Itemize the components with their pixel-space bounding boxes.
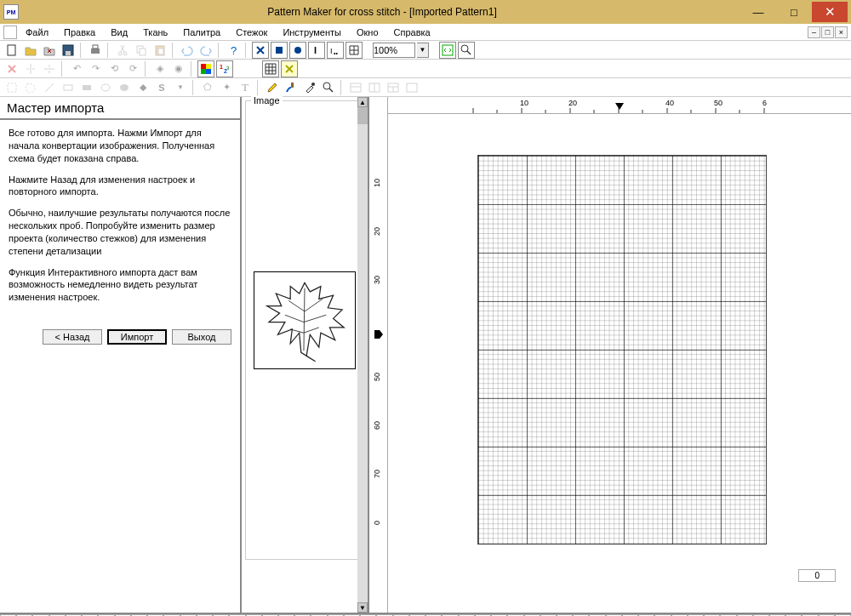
tool-layout3[interactable] xyxy=(385,79,402,96)
tool-pencil[interactable] xyxy=(264,79,281,96)
close-button[interactable]: ✕ xyxy=(812,2,848,22)
zoom-dropdown[interactable]: ▼ xyxy=(417,43,429,58)
new-button[interactable] xyxy=(3,42,20,59)
menu-edit[interactable]: Правка xyxy=(57,26,102,39)
image-group-label: Image xyxy=(251,95,283,106)
tb2-x-toggle[interactable] xyxy=(281,60,298,77)
mdi-close-button[interactable]: × xyxy=(835,26,848,38)
menu-tools[interactable]: Инструменты xyxy=(276,26,348,39)
svg-rect-35 xyxy=(351,83,361,92)
undo-button[interactable] xyxy=(179,42,196,59)
tb2-center[interactable]: ◈ xyxy=(151,60,168,77)
tb2-grid-toggle[interactable] xyxy=(262,60,279,77)
tb2-palette[interactable] xyxy=(197,60,214,77)
tool-layout1[interactable] xyxy=(347,79,364,96)
menu-window[interactable]: Окно xyxy=(350,26,386,39)
tb2-flipv[interactable] xyxy=(41,60,58,77)
back-button[interactable]: < Назад xyxy=(43,329,102,345)
svg-text:••: •• xyxy=(334,50,338,56)
svg-rect-8 xyxy=(140,48,146,55)
help-button[interactable]: ? xyxy=(225,42,242,59)
tb2-delete[interactable] xyxy=(3,60,20,77)
toolbar-main: ? I I•• ▼ xyxy=(0,41,851,60)
paste-button[interactable] xyxy=(151,42,168,59)
menu-help[interactable]: Справка xyxy=(387,26,437,39)
tb2-rotate2[interactable]: ⟲ xyxy=(106,60,123,77)
cut-button[interactable] xyxy=(114,42,131,59)
scroll-up-button[interactable]: ▲ xyxy=(357,97,368,107)
tool-picker[interactable] xyxy=(301,79,318,96)
tool-layout4[interactable] xyxy=(403,79,420,96)
wizard-title: Мастер импорта xyxy=(0,97,240,120)
copy-button[interactable] xyxy=(133,42,150,59)
open-button[interactable] xyxy=(22,42,39,59)
menu-file[interactable]: Файл xyxy=(19,26,55,39)
tb2-fliph[interactable] xyxy=(22,60,39,77)
svg-rect-4 xyxy=(93,45,98,48)
svg-rect-18 xyxy=(443,45,453,55)
tb2-rotate-ccw[interactable]: ↶ xyxy=(68,60,85,77)
svg-text:?: ? xyxy=(231,44,237,56)
save-button[interactable] xyxy=(60,42,77,59)
tool-star[interactable]: ✦ xyxy=(218,79,235,96)
wizard-paragraph-2: Нажмите Назад для изменения настроек и п… xyxy=(9,174,231,199)
image-preview-panel: Image ▲ ▼ xyxy=(242,97,369,613)
view-i-button[interactable]: I xyxy=(308,42,325,59)
view-x-button[interactable] xyxy=(252,42,269,59)
tool-ellipse-fill[interactable] xyxy=(116,79,133,96)
svg-rect-2 xyxy=(66,51,71,55)
exit-button[interactable]: Выход xyxy=(172,329,231,345)
tool-rect[interactable] xyxy=(60,79,77,96)
tool-brush[interactable] xyxy=(283,79,300,96)
tool-select-free[interactable] xyxy=(22,79,39,96)
svg-rect-21 xyxy=(206,64,211,69)
tool-zoom[interactable] xyxy=(320,79,337,96)
view-grid-button[interactable] xyxy=(346,42,363,59)
maximize-button[interactable]: □ xyxy=(776,2,812,22)
svg-point-19 xyxy=(461,45,468,52)
zoom-tool-button[interactable] xyxy=(458,42,475,59)
tb2-numbers[interactable]: 123 xyxy=(216,60,233,77)
menu-fabric[interactable]: Ткань xyxy=(136,26,174,39)
zoom-input[interactable] xyxy=(373,43,415,58)
wizard-paragraph-3: Обычно, наилучшие результаты получаются … xyxy=(9,207,231,257)
tool-s-dd[interactable]: ▼ xyxy=(172,79,189,96)
menu-view[interactable]: Вид xyxy=(104,26,134,39)
tb2-rotate3[interactable]: ⟳ xyxy=(124,60,141,77)
mdi-minimize-button[interactable]: – xyxy=(808,26,820,38)
close-doc-button[interactable] xyxy=(41,42,58,59)
tool-line[interactable] xyxy=(41,79,58,96)
svg-point-30 xyxy=(101,84,110,91)
svg-rect-20 xyxy=(201,64,206,69)
svg-text:3: 3 xyxy=(226,66,230,71)
preview-scrollbar[interactable]: ▲ ▼ xyxy=(357,97,368,613)
tb2-rotate-cw[interactable]: ↷ xyxy=(87,60,104,77)
tool-s[interactable]: S xyxy=(153,79,170,96)
minimize-button[interactable]: — xyxy=(740,2,776,22)
tool-polygon[interactable]: ⬠ xyxy=(199,79,216,96)
print-button[interactable] xyxy=(87,42,104,59)
menu-palette[interactable]: Палитра xyxy=(176,26,227,39)
tool-layout2[interactable] xyxy=(366,79,383,96)
view-square-button[interactable] xyxy=(271,42,288,59)
palette-strip xyxy=(0,613,851,616)
tb2-center2[interactable]: ◉ xyxy=(170,60,187,77)
redo-button[interactable] xyxy=(197,42,214,59)
view-circle-button[interactable] xyxy=(289,42,306,59)
tool-text[interactable]: T xyxy=(237,79,254,96)
tool-fill[interactable]: ◆ xyxy=(134,79,151,96)
tool-select-rect[interactable] xyxy=(3,79,20,96)
zoom-fit-button[interactable] xyxy=(439,42,456,59)
view-io-button[interactable]: I•• xyxy=(327,42,344,59)
svg-rect-27 xyxy=(8,83,16,92)
toolbar-2: ↶ ↷ ⟲ ⟳ ◈ ◉ 123 xyxy=(0,60,851,78)
svg-rect-28 xyxy=(64,85,72,90)
svg-point-14 xyxy=(294,47,301,54)
scroll-down-button[interactable]: ▼ xyxy=(357,602,368,613)
tool-ellipse[interactable] xyxy=(97,79,114,96)
import-button[interactable]: Импорт xyxy=(107,329,167,345)
tool-rect-fill[interactable] xyxy=(78,79,95,96)
menu-stitch[interactable]: Стежок xyxy=(229,26,274,39)
mdi-restore-button[interactable]: □ xyxy=(821,26,834,38)
canvas[interactable] xyxy=(388,114,851,613)
